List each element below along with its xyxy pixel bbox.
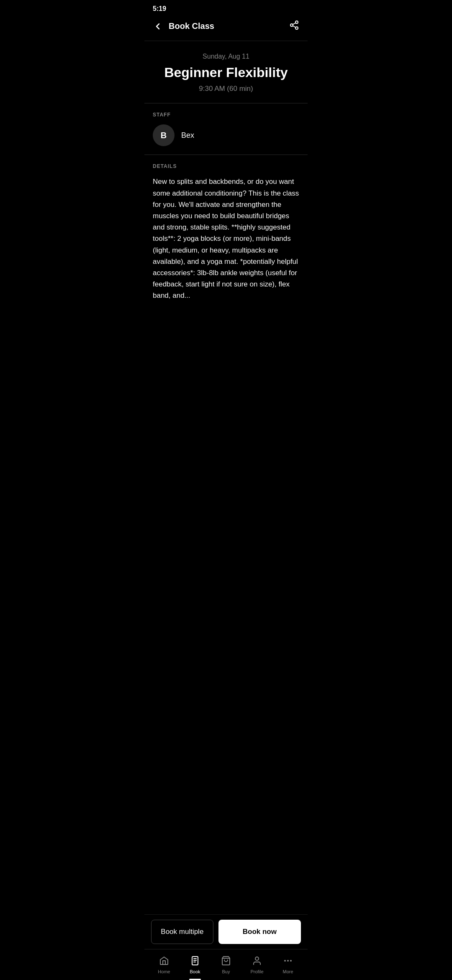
staff-avatar: B [153,124,175,146]
staff-row: B Bex [153,124,299,146]
back-button[interactable] [151,20,164,33]
share-icon [289,20,299,30]
status-bar: 5:19 [144,0,308,15]
class-info: Sunday, Aug 11 Beginner Flexibility 9:30… [144,41,308,103]
svg-line-3 [293,26,296,28]
header-left: Book Class [151,20,214,33]
share-button[interactable] [288,18,301,34]
back-icon [153,21,163,31]
class-time: 9:30 AM (60 min) [153,85,299,93]
details-label: DETAILS [153,163,299,169]
details-section: DETAILS New to splits and backbends, or … [144,155,308,309]
header: Book Class [144,15,308,41]
details-text: New to splits and backbends, or do you w… [153,176,299,301]
class-date: Sunday, Aug 11 [153,53,299,60]
staff-label: STAFF [153,112,299,118]
content-area: Sunday, Aug 11 Beginner Flexibility 9:30… [144,41,308,377]
svg-line-4 [293,23,296,25]
class-name: Beginner Flexibility [153,64,299,80]
staff-section: STAFF B Bex [144,103,308,155]
status-time: 5:19 [153,5,166,13]
staff-name: Bex [181,131,194,140]
page-title: Book Class [169,21,214,31]
